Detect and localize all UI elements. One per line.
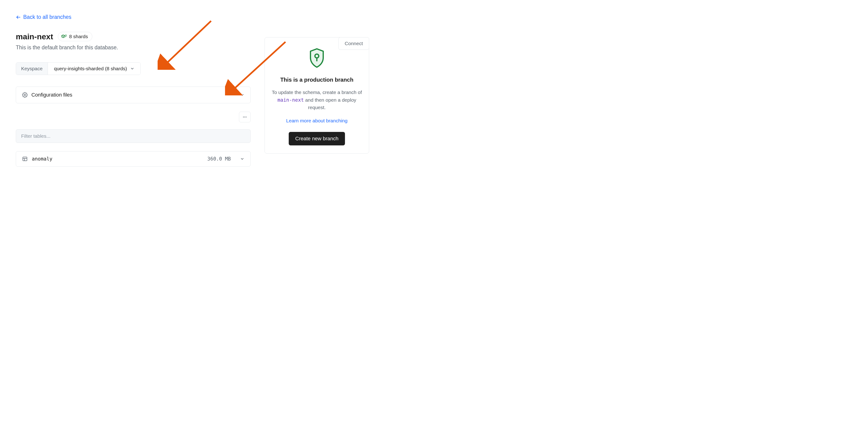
table-size: 360.0 MB <box>207 156 231 162</box>
svg-point-3 <box>244 117 245 117</box>
production-card-description: To update the schema, create a branch of… <box>272 89 362 111</box>
chevron-down-icon <box>240 93 244 97</box>
arrow-left-icon <box>16 15 21 20</box>
chevron-down-icon <box>130 66 134 71</box>
create-new-branch-button[interactable]: Create new branch <box>289 132 345 145</box>
table-name: anomaly <box>32 156 53 162</box>
side-column: This is a production branch To update th… <box>265 37 369 153</box>
more-actions-row <box>16 112 251 122</box>
keyspace-label: Keyspace <box>16 63 48 75</box>
learn-more-link[interactable]: Learn more about branching <box>272 118 362 123</box>
header-row: main-next 8 shards <box>16 32 251 41</box>
gear-icon <box>22 92 28 98</box>
shield-icon-wrap <box>272 47 362 69</box>
branch-description: This is the default branch for this data… <box>16 45 251 51</box>
svg-point-4 <box>246 117 246 117</box>
main-column: Back to all branches main-next 8 shards … <box>16 14 251 167</box>
connect-button[interactable]: Connect <box>338 37 369 50</box>
svg-rect-5 <box>23 157 27 161</box>
svg-point-2 <box>243 117 244 117</box>
table-icon <box>22 156 28 162</box>
filter-tables-input[interactable] <box>16 130 251 143</box>
back-link[interactable]: Back to all branches <box>16 14 71 20</box>
shards-icon <box>61 33 67 39</box>
prod-desc-branch-name: main-next <box>277 97 304 103</box>
config-files-title: Configuration files <box>31 92 72 98</box>
prod-desc-before: To update the schema, create a branch of <box>272 90 362 95</box>
chevron-down-icon <box>240 157 244 161</box>
prod-desc-after: and then open a deploy request. <box>304 97 356 110</box>
config-files-header: Configuration files <box>22 92 72 98</box>
config-files-panel[interactable]: Configuration files <box>16 87 251 103</box>
shards-badge-label: 8 shards <box>69 34 88 39</box>
branch-title: main-next <box>16 32 53 41</box>
keyspace-selected-value: query-insights-sharded (8 shards) <box>54 66 127 72</box>
page-container: Connect Back to all branches main-next 8… <box>16 14 369 167</box>
keyspace-dropdown[interactable]: query-insights-sharded (8 shards) <box>48 63 141 75</box>
back-link-label: Back to all branches <box>23 14 71 20</box>
shield-icon <box>307 47 327 69</box>
production-card-title: This is a production branch <box>272 77 362 83</box>
svg-point-1 <box>24 94 26 96</box>
production-branch-card: This is a production branch To update th… <box>265 37 369 153</box>
table-row-left: anomaly <box>22 156 53 162</box>
ellipsis-icon <box>243 115 247 119</box>
shards-badge: 8 shards <box>58 32 93 41</box>
keyspace-selector: Keyspace query-insights-sharded (8 shard… <box>16 62 141 75</box>
table-row[interactable]: anomaly 360.0 MB <box>16 151 251 167</box>
table-row-right: 360.0 MB <box>207 156 244 162</box>
more-actions-button[interactable] <box>239 112 251 122</box>
